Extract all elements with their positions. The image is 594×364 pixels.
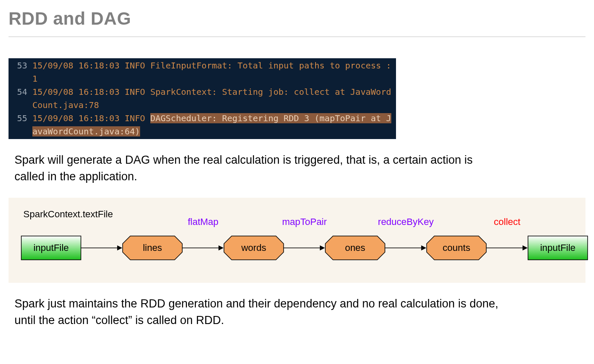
line-number: 55 bbox=[9, 112, 31, 125]
node-label: lines bbox=[143, 242, 162, 253]
node-label: inputFile bbox=[33, 242, 69, 253]
console-log: 53 15/09/08 16:18:03 INFO FileInputForma… bbox=[9, 58, 396, 139]
node-label: ones bbox=[345, 242, 365, 253]
page-title: RDD and DAG bbox=[9, 9, 585, 29]
paragraph-2: Spark just maintains the RDD generation … bbox=[14, 296, 500, 329]
dag-diagram: SparkContext.textFileinputFilelineswords… bbox=[9, 198, 585, 283]
edge-label: flatMap bbox=[188, 216, 218, 227]
console-line: 53 15/09/08 16:18:03 INFO FileInputForma… bbox=[9, 59, 396, 85]
divider bbox=[9, 37, 585, 37]
node-label: counts bbox=[443, 242, 471, 253]
edge-label: mapToPair bbox=[282, 216, 327, 227]
line-text: 15/09/08 16:18:03 INFO FileInputFormat: … bbox=[31, 59, 396, 85]
line-number: 53 bbox=[9, 59, 31, 72]
edge-label: collect bbox=[494, 216, 520, 227]
node-label: inputFile bbox=[540, 242, 575, 253]
dag-svg: SparkContext.textFileinputFilelineswords… bbox=[13, 205, 590, 273]
line-text: 15/09/08 16:18:03 INFO SparkContext: Sta… bbox=[31, 85, 396, 112]
node-label: words bbox=[241, 242, 267, 253]
line-number: 54 bbox=[9, 85, 31, 99]
slide: RDD and DAG 53 15/09/08 16:18:03 INFO Fi… bbox=[0, 0, 594, 364]
line-text: 15/09/08 16:18:03 INFO DAGScheduler: Reg… bbox=[31, 112, 396, 138]
edge-label: reduceByKey bbox=[378, 216, 434, 227]
console-line: 55 15/09/08 16:18:03 INFO DAGScheduler: … bbox=[9, 112, 396, 138]
paragraph-1: Spark will generate a DAG when the real … bbox=[14, 152, 500, 185]
console-line: 54 15/09/08 16:18:03 INFO SparkContext: … bbox=[9, 85, 396, 112]
diagram-source-label: SparkContext.textFile bbox=[23, 209, 113, 219]
